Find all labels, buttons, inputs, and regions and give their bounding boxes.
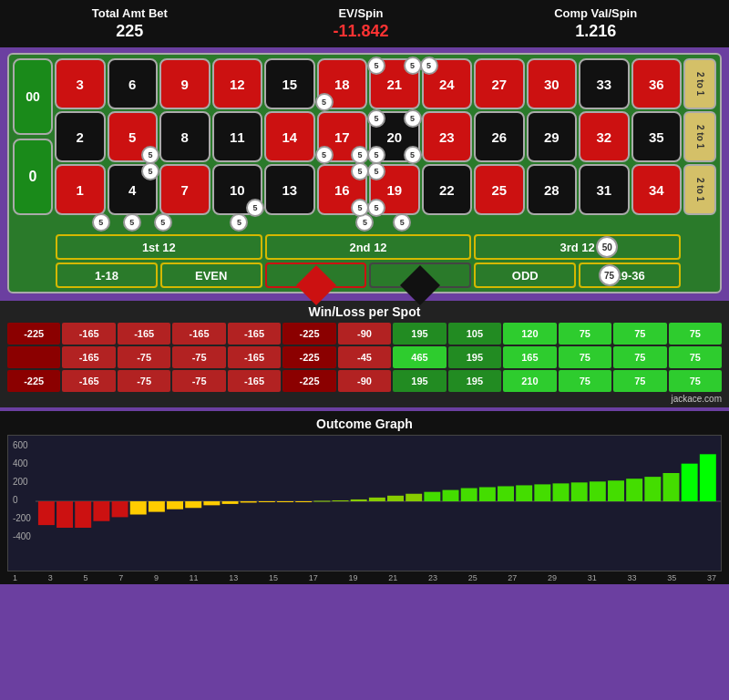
number-00[interactable]: 00 <box>13 58 53 135</box>
svg-rect-35 <box>553 483 570 501</box>
chip-4-tr: 5 <box>141 162 159 180</box>
svg-rect-38 <box>608 480 624 501</box>
wl-r2c5: -165 <box>228 346 281 368</box>
svg-rect-11 <box>112 501 128 517</box>
svg-text:-400: -400 <box>13 531 31 541</box>
number-24[interactable]: 24 5 <box>422 58 473 109</box>
bet-19-36[interactable]: 19-36 75 <box>579 262 681 288</box>
number-20[interactable]: 20 5 5 5 5 <box>369 111 420 162</box>
number-31[interactable]: 31 <box>579 164 630 215</box>
number-35[interactable]: 35 <box>631 111 683 162</box>
wl-r3c2: -165 <box>62 370 115 392</box>
chip-16-tr: 5 <box>351 162 369 180</box>
ev-spin-label: EV/Spin <box>333 6 388 20</box>
wl-r2c4: -75 <box>172 346 225 368</box>
number-2[interactable]: 2 <box>55 111 106 162</box>
graph-section: Outcome Graph 600 400 200 0 -200 -400 1 … <box>0 411 729 584</box>
second-dozen[interactable]: 2nd 12 <box>265 234 472 260</box>
number-16[interactable]: 16 5 5 <box>317 164 368 215</box>
number-6[interactable]: 6 <box>108 58 159 109</box>
zero-column: 00 0 <box>13 58 53 215</box>
bet-odd[interactable]: ODD <box>474 262 576 288</box>
number-18[interactable]: 18 5 <box>317 58 368 109</box>
number-8[interactable]: 8 <box>159 111 210 162</box>
svg-rect-20 <box>277 501 293 502</box>
number-19[interactable]: 19 5 5 <box>369 164 420 215</box>
number-26[interactable]: 26 <box>474 111 525 162</box>
svg-rect-41 <box>663 473 680 501</box>
two-to-one-top[interactable]: 2 to 1 <box>683 58 716 109</box>
number-27[interactable]: 27 <box>474 58 525 109</box>
first-dozen[interactable]: 1st 12 <box>56 234 262 260</box>
roulette-table: 00 0 3 6 9 12 15 18 5 21 5 5 <box>7 53 722 293</box>
number-11[interactable]: 11 <box>212 111 263 162</box>
svg-rect-39 <box>626 479 642 501</box>
wl-r1c7: -90 <box>338 323 391 345</box>
number-3[interactable]: 3 <box>55 58 106 109</box>
svg-rect-30 <box>461 489 477 501</box>
number-33[interactable]: 33 <box>579 58 630 109</box>
two-to-one-bot[interactable]: 2 to 1 <box>683 164 716 215</box>
number-9[interactable]: 9 <box>159 58 210 109</box>
dozens-row: 1st 12 2nd 12 3rd 12 50 <box>13 234 716 260</box>
number-21[interactable]: 21 5 5 <box>369 58 420 109</box>
two-to-one-column: 2 to 1 2 to 1 2 to 1 <box>683 58 716 215</box>
svg-rect-27 <box>406 494 422 501</box>
number-22[interactable]: 22 <box>422 164 473 215</box>
number-4[interactable]: 4 5 <box>108 164 159 215</box>
number-7[interactable]: 7 <box>159 164 210 215</box>
number-1[interactable]: 1 <box>55 164 106 215</box>
bet-red[interactable] <box>265 262 367 288</box>
wl-r1c9: 105 <box>448 323 501 345</box>
number-29[interactable]: 29 <box>527 111 578 162</box>
wl-r1c5: -165 <box>228 323 281 345</box>
chip-21-tr: 5 <box>404 57 422 75</box>
bet-black[interactable] <box>369 262 471 288</box>
number-32[interactable]: 32 <box>579 111 630 162</box>
comp-val-label: Comp Val/Spin <box>554 6 637 20</box>
svg-rect-43 <box>700 454 716 501</box>
chip-10-br: 5 <box>246 199 264 217</box>
svg-rect-31 <box>479 488 496 502</box>
svg-rect-28 <box>424 492 440 501</box>
number-13[interactable]: 13 <box>264 164 315 215</box>
number-36[interactable]: 36 <box>631 58 683 109</box>
chip-5: 5 <box>141 146 159 164</box>
svg-rect-42 <box>682 464 698 501</box>
wl-r1c2: -165 <box>62 323 115 345</box>
number-10[interactable]: 10 5 <box>212 164 263 215</box>
svg-rect-21 <box>295 501 312 502</box>
number-23[interactable]: 23 <box>422 111 473 162</box>
chip-18-21-split: 5 <box>315 93 334 111</box>
chip-19-tl: 5 <box>367 162 385 180</box>
svg-rect-25 <box>369 498 385 501</box>
number-28[interactable]: 28 <box>527 164 578 215</box>
wl-r2c10: 165 <box>503 346 556 368</box>
number-14[interactable]: 14 <box>264 111 315 162</box>
bet-1-18[interactable]: 1-18 <box>56 262 158 288</box>
number-15[interactable]: 15 <box>264 58 315 109</box>
number-30[interactable]: 30 <box>527 58 578 109</box>
number-5[interactable]: 5 5 <box>108 111 159 162</box>
total-amt-bet-section: Total Amt Bet 225 <box>92 6 168 41</box>
wl-r3c8: 195 <box>393 370 446 392</box>
wl-r1c8: 195 <box>393 323 446 345</box>
wl-r2c13: 75 <box>669 346 722 368</box>
number-17[interactable]: 17 5 5 <box>317 111 368 162</box>
number-25[interactable]: 25 <box>474 164 525 215</box>
bet-even[interactable]: EVEN <box>160 262 262 288</box>
wl-r3c5: -165 <box>228 370 281 392</box>
svg-rect-40 <box>644 477 661 501</box>
number-34[interactable]: 34 <box>631 164 683 215</box>
wl-r3c10: 210 <box>503 370 556 392</box>
two-to-one-mid[interactable]: 2 to 1 <box>683 111 716 162</box>
third-dozen[interactable]: 3rd 12 50 <box>474 234 681 260</box>
svg-rect-13 <box>149 501 165 512</box>
svg-rect-19 <box>259 501 275 502</box>
chip-19-bl: 5 <box>367 199 385 217</box>
number-12[interactable]: 12 <box>212 58 263 109</box>
outcome-graph-svg: 600 400 200 0 -200 -400 <box>8 436 721 571</box>
number-0[interactable]: 0 <box>13 139 53 215</box>
svg-text:200: 200 <box>13 477 28 487</box>
wl-r3c12: 75 <box>613 370 666 392</box>
